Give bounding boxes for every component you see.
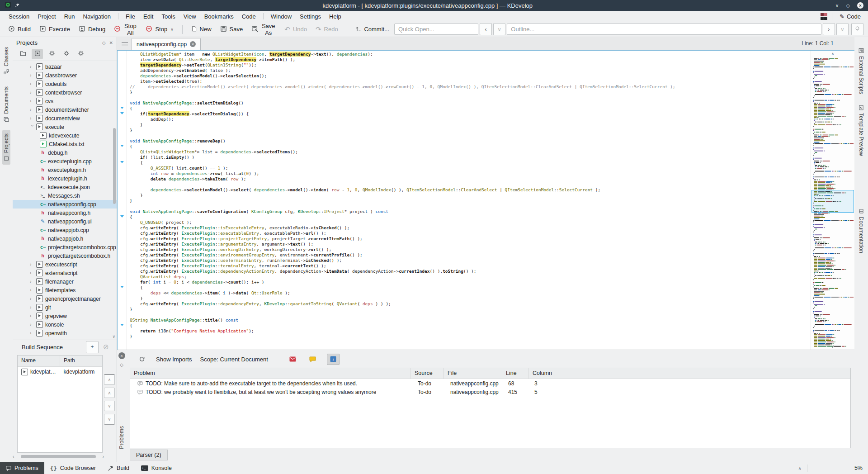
move-bottom-button[interactable]: ∨ bbox=[104, 414, 115, 425]
tree-item-nativeappjob-h[interactable]: hnativeappjob.h bbox=[13, 234, 117, 243]
tree-item-filemanager[interactable]: ›filemanager bbox=[13, 277, 117, 286]
column-header-name[interactable]: Name bbox=[18, 356, 60, 366]
commit-button[interactable]: Commit... bbox=[352, 24, 393, 35]
fold-marker-icon[interactable] bbox=[120, 161, 124, 163]
pin-icon[interactable] bbox=[15, 2, 20, 9]
run-settings-button[interactable] bbox=[46, 49, 57, 59]
statusbar-code-browser[interactable]: {}Code Browser bbox=[44, 462, 102, 474]
open-project-button[interactable] bbox=[17, 49, 28, 59]
fold-marker-icon[interactable] bbox=[120, 107, 124, 109]
menu-edit[interactable]: Edit bbox=[139, 13, 157, 20]
expander-icon[interactable]: › bbox=[30, 331, 34, 336]
expander-icon[interactable]: › bbox=[30, 116, 34, 121]
menu-file[interactable]: File bbox=[122, 13, 139, 20]
menu-help[interactable]: Help bbox=[325, 13, 345, 20]
fold-marker-icon[interactable] bbox=[120, 286, 124, 288]
expander-icon[interactable]: › bbox=[30, 297, 34, 301]
quick-open-input[interactable] bbox=[394, 24, 478, 35]
tree-item-documentview[interactable]: ›documentview bbox=[13, 114, 117, 123]
filter-errors-button[interactable] bbox=[287, 354, 299, 365]
remove-from-build-sequence-button[interactable]: ⊘ bbox=[103, 343, 114, 351]
tree-item-nativeappjob-cpp[interactable]: c++nativeappjob.cpp bbox=[13, 226, 117, 234]
expander-icon[interactable]: › bbox=[30, 65, 34, 69]
tree-item-nativeappconfig-h[interactable]: hnativeappconfig.h bbox=[13, 209, 117, 217]
tree-item-konsole[interactable]: ›konsole bbox=[13, 320, 117, 329]
code-view[interactable]: QListWidgetItem* item = new QListWidgetI… bbox=[127, 51, 811, 350]
fold-marker-icon[interactable] bbox=[120, 112, 124, 114]
tree-item-filetemplates[interactable]: ›filetemplates bbox=[13, 286, 117, 294]
minimap-scroll-up-icon[interactable]: ∧ bbox=[811, 52, 854, 56]
project-filter-button[interactable] bbox=[75, 49, 86, 59]
jump-back-button[interactable]: ‹ bbox=[480, 23, 492, 35]
float-toolview-icon[interactable]: ◇ bbox=[120, 362, 123, 367]
menu-session[interactable]: Session bbox=[5, 13, 33, 20]
expander-icon[interactable]: › bbox=[30, 280, 34, 284]
right-tab-documentation[interactable]: Documentation bbox=[857, 206, 865, 256]
menu-view[interactable]: View bbox=[179, 13, 200, 20]
sidebar-tab-documents[interactable]: Documents bbox=[2, 83, 10, 126]
tree-scrollbar[interactable] bbox=[113, 128, 116, 204]
undo-button[interactable]: ↶Undo bbox=[281, 24, 311, 35]
tree-item-executeplugin-h[interactable]: hexecuteplugin.h bbox=[13, 166, 117, 174]
code-area-button[interactable]: ✎ Code bbox=[837, 12, 863, 21]
tree-item-cmakelists-txt[interactable]: CMakeLists.txt bbox=[13, 140, 117, 148]
statusbar-build[interactable]: Build bbox=[102, 462, 135, 474]
tree-item-nativeappconfig-cpp[interactable]: c++nativeappconfig.cpp bbox=[13, 200, 117, 209]
jump-back-dropdown[interactable]: ∨ bbox=[493, 23, 505, 35]
fold-marker-icon[interactable] bbox=[120, 324, 124, 326]
redo-button[interactable]: ↷Redo bbox=[312, 24, 342, 35]
tree-item-projecttargetscombobox-h[interactable]: hprojecttargetscombobox.h bbox=[13, 251, 117, 260]
reparse-button[interactable] bbox=[136, 354, 148, 365]
jump-forward-button[interactable]: › bbox=[823, 23, 835, 35]
tree-item-messages-sh[interactable]: >_Messages.sh bbox=[13, 191, 117, 200]
menu-project[interactable]: Project bbox=[33, 13, 60, 20]
expander-icon[interactable]: › bbox=[30, 271, 34, 275]
editor-gutter[interactable] bbox=[118, 51, 127, 350]
fold-marker-icon[interactable] bbox=[120, 215, 124, 218]
menu-window[interactable]: Window bbox=[267, 13, 296, 20]
debug-button[interactable]: Debug bbox=[75, 24, 109, 35]
menu-code[interactable]: Code bbox=[238, 13, 260, 20]
scope-dropdown[interactable]: Scope: Current Document bbox=[200, 356, 268, 363]
expander-icon[interactable]: › bbox=[30, 125, 34, 129]
save-button[interactable]: Save bbox=[217, 24, 247, 35]
close-toolview-icon[interactable]: × bbox=[118, 352, 125, 359]
tree-item-documentswitcher[interactable]: ›documentswitcher bbox=[13, 105, 117, 114]
expander-icon[interactable]: › bbox=[30, 82, 34, 86]
execute-button[interactable]: Execute bbox=[36, 24, 74, 35]
menu-navigation[interactable]: Navigation bbox=[79, 13, 115, 20]
stop-all-button[interactable]: Stop All bbox=[110, 21, 141, 38]
statusbar-expand-icon[interactable]: ∧ bbox=[798, 466, 802, 471]
expander-icon[interactable]: › bbox=[30, 99, 34, 104]
expander-icon[interactable]: › bbox=[30, 314, 34, 318]
tree-item-codeutils[interactable]: ›codeutils bbox=[13, 80, 117, 88]
menu-settings[interactable]: Settings bbox=[296, 13, 325, 20]
tree-item-contextbrowser[interactable]: ›contextbrowser bbox=[13, 88, 117, 97]
move-down-button[interactable]: ∨ bbox=[104, 401, 115, 411]
column-header-file[interactable]: File bbox=[444, 368, 502, 379]
reload-project-button[interactable] bbox=[61, 49, 72, 59]
minimap[interactable]: ∧ ∨ bbox=[811, 51, 854, 350]
minimap-scroll-down-icon[interactable]: ∨ bbox=[811, 344, 854, 349]
column-header-line[interactable]: Line bbox=[502, 368, 529, 379]
statusbar-konsole[interactable]: ›_Konsole bbox=[135, 462, 178, 474]
parser-tab[interactable]: Parser (2) bbox=[130, 450, 168, 460]
editor-tab-nativeappconfig[interactable]: nativeappconfig.cpp × bbox=[132, 38, 201, 50]
tree-item-executescript[interactable]: ›executescript bbox=[13, 260, 117, 269]
stop-button[interactable]: Stop∨ bbox=[142, 24, 177, 35]
move-top-button[interactable]: ∧ bbox=[104, 374, 115, 385]
filter-warnings-button[interactable] bbox=[307, 354, 319, 365]
right-tab-template-preview[interactable]: Template Preview bbox=[857, 102, 865, 159]
tree-item-executeplugin-cpp[interactable]: c++executeplugin.cpp bbox=[13, 157, 117, 166]
statusbar-problems[interactable]: Problems bbox=[0, 462, 44, 474]
sidebar-tab-projects[interactable]: Projects bbox=[2, 130, 10, 165]
problem-row[interactable]: TODO: Make sure to auto-add the executab… bbox=[130, 379, 850, 388]
column-header-path[interactable]: Path bbox=[60, 356, 102, 366]
right-tab-external-scripts[interactable]: External Scripts bbox=[857, 45, 865, 97]
menu-tools[interactable]: Tools bbox=[157, 13, 179, 20]
show-imports-button[interactable]: Show Imports bbox=[156, 356, 192, 363]
tree-item-execute[interactable]: ›execute bbox=[13, 123, 117, 131]
scroll-left-icon[interactable]: ‹ bbox=[13, 454, 14, 459]
build-sequence-row[interactable]: kdevplatformkdevplatform bbox=[18, 367, 102, 377]
panel-horizontal-scrollbar[interactable]: ‹ › bbox=[15, 454, 103, 460]
